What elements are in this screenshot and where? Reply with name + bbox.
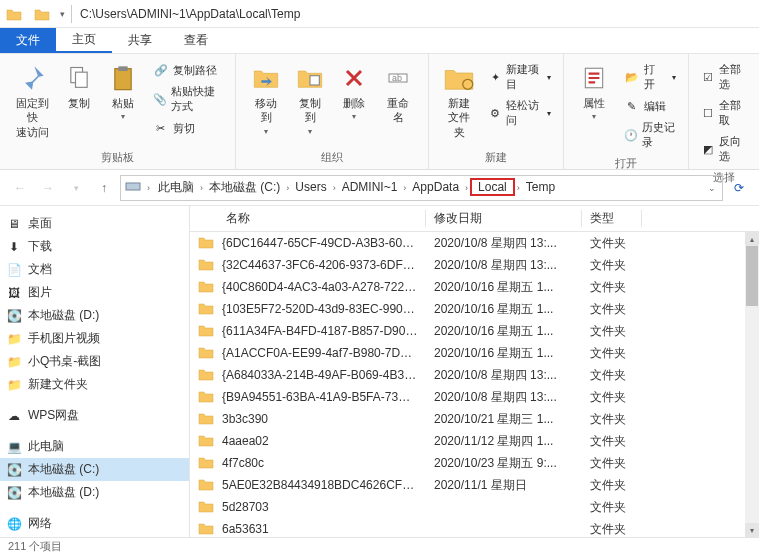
file-row[interactable]: {611A34FA-B4FD-4187-B857-D90538...2020/1… bbox=[190, 320, 759, 342]
file-row[interactable]: 5d28703文件夹 bbox=[190, 496, 759, 518]
select-none-button[interactable]: ☐全部取 bbox=[697, 96, 751, 130]
tree-item[interactable]: 📄文档 bbox=[0, 258, 189, 281]
tree-item[interactable]: 📁新建文件夹 bbox=[0, 373, 189, 396]
folder-icon bbox=[198, 389, 214, 405]
breadcrumb-chevron-icon[interactable]: › bbox=[331, 183, 338, 193]
tab-share[interactable]: 共享 bbox=[112, 28, 168, 53]
file-row[interactable]: {A684033A-214B-49AF-B069-4B3E6C...2020/1… bbox=[190, 364, 759, 386]
file-row[interactable]: 3b3c3902020/10/21 星期三 1...文件夹 bbox=[190, 408, 759, 430]
breadcrumb-segment[interactable]: 此电脑 bbox=[154, 180, 198, 194]
history-button[interactable]: 🕐历史记录 bbox=[620, 118, 680, 152]
breadcrumb-segment[interactable]: AppData bbox=[408, 180, 463, 194]
cut-button[interactable]: ✂剪切 bbox=[149, 118, 227, 138]
copy-button[interactable]: 复制 bbox=[57, 60, 101, 112]
file-row[interactable]: 5AE0E32B84434918BDC4626CFBF94A...2020/11… bbox=[190, 474, 759, 496]
forward-button[interactable]: → bbox=[36, 176, 60, 200]
file-date: 2020/10/16 星期五 1... bbox=[426, 301, 582, 318]
file-row[interactable]: 6a53631文件夹 bbox=[190, 518, 759, 537]
qat-dropdown-icon[interactable]: ▾ bbox=[56, 9, 69, 19]
easy-access-button[interactable]: ⚙轻松访问▾ bbox=[485, 96, 555, 130]
file-row[interactable]: {B9A94551-63BA-41A9-B5FA-73AE7F...2020/1… bbox=[190, 386, 759, 408]
invert-selection-button[interactable]: ◩反向选 bbox=[697, 132, 751, 166]
col-date[interactable]: 修改日期 bbox=[426, 210, 582, 227]
scrollbar-down-icon[interactable]: ▾ bbox=[745, 523, 759, 537]
file-list[interactable]: {6DC16447-65CF-49CD-A3B3-60CF59...2020/1… bbox=[190, 232, 759, 537]
tree-item-label: 此电脑 bbox=[28, 438, 64, 455]
scrollbar-up-icon[interactable]: ▴ bbox=[745, 232, 759, 246]
file-row[interactable]: {32C44637-3FC6-4206-9373-6DF7971...2020/… bbox=[190, 254, 759, 276]
breadcrumb[interactable]: › 此电脑›本地磁盘 (C:)›Users›ADMINI~1›AppData›L… bbox=[120, 175, 723, 201]
properties-button[interactable]: 属性▾ bbox=[572, 60, 616, 123]
tree-item[interactable]: 📁手机图片视频 bbox=[0, 327, 189, 350]
tree-item[interactable]: 🌐网络 bbox=[0, 512, 189, 535]
open-group-label: 打开 bbox=[564, 154, 688, 175]
up-button[interactable]: ↑ bbox=[92, 176, 116, 200]
select-none-icon: ☐ bbox=[701, 105, 715, 121]
qat-folder-icon[interactable] bbox=[32, 4, 52, 24]
rename-label: 重命名 bbox=[382, 96, 414, 125]
paste-shortcut-button[interactable]: 📎粘贴快捷方式 bbox=[149, 82, 227, 116]
copy-to-button[interactable]: 复制到▾ bbox=[288, 60, 332, 138]
paste-label: 粘贴 bbox=[112, 96, 134, 110]
scrollbar-thumb[interactable] bbox=[746, 246, 758, 306]
copy-path-button[interactable]: 🔗复制路径 bbox=[149, 60, 227, 80]
tab-file[interactable]: 文件 bbox=[0, 28, 56, 53]
file-row[interactable]: {A1ACCF0A-EE99-4af7-B980-7DF0F50...2020/… bbox=[190, 342, 759, 364]
desktop-icon: 🖥 bbox=[6, 216, 22, 232]
tree-item[interactable]: ⬇下载 bbox=[0, 235, 189, 258]
rename-button[interactable]: ab 重命名 bbox=[376, 60, 420, 127]
new-folder-button[interactable]: 新建 文件夹 bbox=[437, 60, 481, 141]
file-row[interactable]: 4f7c80c2020/10/23 星期五 9:...文件夹 bbox=[190, 452, 759, 474]
history-dropdown[interactable]: ▾ bbox=[64, 176, 88, 200]
breadcrumb-segment[interactable]: 本地磁盘 (C:) bbox=[205, 180, 284, 194]
scrollbar-vertical[interactable]: ▴ ▾ bbox=[745, 232, 759, 537]
invert-label: 反向选 bbox=[719, 134, 747, 164]
tree-item[interactable]: 💽本地磁盘 (D:) bbox=[0, 481, 189, 504]
edit-button[interactable]: ✎编辑 bbox=[620, 96, 680, 116]
paste-button[interactable]: 粘贴 ▾ bbox=[101, 60, 145, 123]
file-panel: 名称 修改日期 类型 {6DC16447-65CF-49CD-A3B3-60CF… bbox=[190, 206, 759, 537]
tree-item[interactable]: 💽本地磁盘 (C:) bbox=[0, 458, 189, 481]
select-all-button[interactable]: ☑全部选 bbox=[697, 60, 751, 94]
breadcrumb-chevron-icon[interactable]: › bbox=[515, 183, 522, 193]
breadcrumb-segment[interactable]: Local bbox=[470, 178, 515, 196]
tree-panel[interactable]: 🖥桌面⬇下载📄文档🖼图片💽本地磁盘 (D:)📁手机图片视频📁小Q书桌-截图📁新建… bbox=[0, 206, 190, 537]
new-item-button[interactable]: ✦新建项目▾ bbox=[485, 60, 555, 94]
tree-item[interactable]: 💽本地磁盘 (D:) bbox=[0, 304, 189, 327]
col-name[interactable]: 名称 bbox=[218, 210, 426, 227]
breadcrumb-chevron-icon[interactable]: › bbox=[463, 183, 470, 193]
breadcrumb-segment[interactable]: Temp bbox=[522, 180, 559, 194]
tab-view[interactable]: 查看 bbox=[168, 28, 224, 53]
main-content: 🖥桌面⬇下载📄文档🖼图片💽本地磁盘 (D:)📁手机图片视频📁小Q书桌-截图📁新建… bbox=[0, 206, 759, 537]
delete-button[interactable]: 删除▾ bbox=[332, 60, 376, 123]
tree-item[interactable]: 📁小Q书桌-截图 bbox=[0, 350, 189, 373]
pin-button[interactable]: 固定到快 速访问 bbox=[8, 60, 57, 141]
file-date: 2020/11/12 星期四 1... bbox=[426, 433, 582, 450]
refresh-button[interactable]: ⟳ bbox=[727, 176, 751, 200]
open-button[interactable]: 📂打开▾ bbox=[620, 60, 680, 94]
breadcrumb-chevron-icon[interactable]: › bbox=[198, 183, 205, 193]
col-type[interactable]: 类型 bbox=[582, 210, 642, 227]
file-row[interactable]: 4aaea022020/11/12 星期四 1...文件夹 bbox=[190, 430, 759, 452]
drive-icon: 💽 bbox=[6, 308, 22, 324]
breadcrumb-segment[interactable]: Users bbox=[291, 180, 330, 194]
tab-home[interactable]: 主页 bbox=[56, 28, 112, 53]
folder-y-icon: 📁 bbox=[6, 354, 22, 370]
breadcrumb-root-chevron[interactable]: › bbox=[145, 183, 152, 193]
svg-rect-3 bbox=[118, 66, 127, 71]
tree-item[interactable]: 🖥桌面 bbox=[0, 212, 189, 235]
folder-icon: 📁 bbox=[6, 377, 22, 393]
file-row[interactable]: {40C860D4-4AC3-4a03-A278-722A2C...2020/1… bbox=[190, 276, 759, 298]
file-date: 2020/10/8 星期四 13:... bbox=[426, 235, 582, 252]
breadcrumb-segment[interactable]: ADMINI~1 bbox=[338, 180, 402, 194]
tree-item[interactable]: 🖼图片 bbox=[0, 281, 189, 304]
file-name: 4f7c80c bbox=[214, 456, 426, 470]
breadcrumb-drop-icon[interactable]: ⌄ bbox=[706, 183, 718, 193]
tree-item-label: 文档 bbox=[28, 261, 52, 278]
file-row[interactable]: {6DC16447-65CF-49CD-A3B3-60CF59...2020/1… bbox=[190, 232, 759, 254]
back-button[interactable]: ← bbox=[8, 176, 32, 200]
tree-item[interactable]: 💻此电脑 bbox=[0, 435, 189, 458]
tree-item[interactable]: ☁WPS网盘 bbox=[0, 404, 189, 427]
move-to-button[interactable]: 移动到▾ bbox=[244, 60, 288, 138]
file-row[interactable]: {103E5F72-520D-43d9-83EC-990AFB0...2020/… bbox=[190, 298, 759, 320]
